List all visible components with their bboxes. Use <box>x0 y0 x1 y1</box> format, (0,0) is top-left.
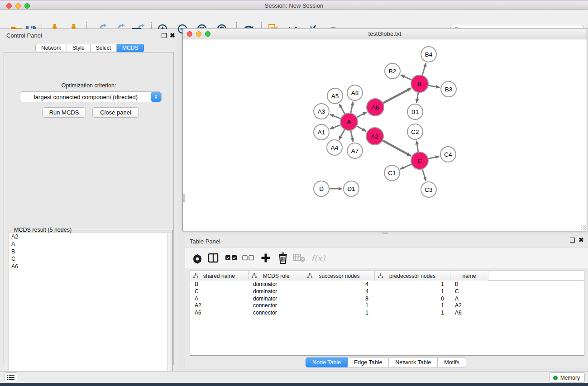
network-window-titlebar[interactable]: testGlobe.txt <box>183 29 587 39</box>
float-icon[interactable] <box>570 238 575 243</box>
table-cell: A6 <box>190 309 249 316</box>
node-D[interactable]: D <box>314 181 329 196</box>
run-mcds-button[interactable]: Run MCDS <box>42 107 86 118</box>
tab-motifs[interactable]: Motifs <box>438 357 466 367</box>
task-history-button[interactable] <box>5 372 17 382</box>
table-cell: connector <box>249 302 304 309</box>
result-item[interactable]: A2 <box>9 233 167 241</box>
result-item[interactable]: A6 <box>9 263 167 271</box>
node-B2[interactable]: B2 <box>385 63 400 79</box>
edge-A-A5[interactable] <box>339 104 345 114</box>
optimization-criterion-value: largest connected component (directed) <box>20 94 151 100</box>
tab-network-table[interactable]: Network Table <box>389 357 438 367</box>
tab-edge-table[interactable]: Edge Table <box>348 357 389 367</box>
column-header-successor-nodes[interactable]: successor nodes <box>304 271 375 281</box>
add-column-icon[interactable] <box>258 251 273 265</box>
edge-C-C4[interactable] <box>428 156 440 159</box>
edge-C-C1[interactable] <box>400 164 411 169</box>
float-icon[interactable] <box>162 33 167 38</box>
node-A1[interactable]: A1 <box>314 124 329 140</box>
result-list-scrollbar[interactable] <box>167 233 171 383</box>
table-row[interactable]: Adominator80A <box>190 295 584 302</box>
node-C2[interactable]: C2 <box>407 124 423 139</box>
node-B3[interactable]: B3 <box>441 81 456 97</box>
node-A5[interactable]: A5 <box>327 88 343 104</box>
node-C[interactable]: C <box>411 152 428 169</box>
edge-B-B3[interactable] <box>428 86 440 88</box>
table-cell: 1 <box>375 302 450 309</box>
column-pane-icon[interactable] <box>206 251 220 265</box>
result-item[interactable]: B <box>9 248 167 256</box>
deselect-all-icon[interactable] <box>241 251 255 265</box>
node-A[interactable]: A <box>340 113 358 130</box>
column-header-predecessor-nodes[interactable]: predecessor nodes <box>375 271 450 281</box>
mcds-result-list[interactable]: A2ABCA6 <box>9 233 168 383</box>
tab-style[interactable]: Style <box>67 44 91 52</box>
result-item[interactable]: C <box>9 256 167 263</box>
edge-C-C3[interactable] <box>422 169 426 181</box>
status-bar: Memory <box>0 371 588 383</box>
edge-A-A2[interactable] <box>357 126 366 131</box>
column-header-shared-name[interactable]: shared name <box>190 271 249 281</box>
table-row[interactable]: Bdominator41B <box>190 281 584 288</box>
svg-text:C2: C2 <box>411 129 419 135</box>
node-A6[interactable]: A6 <box>367 99 384 116</box>
close-icon[interactable]: ✖ <box>578 237 584 243</box>
node-D1[interactable]: D1 <box>344 181 359 196</box>
edge-A-A4[interactable] <box>339 129 345 140</box>
node-A2[interactable]: A2 <box>366 128 383 145</box>
column-header-name[interactable]: name <box>450 271 488 281</box>
node-C4[interactable]: C4 <box>440 147 456 162</box>
svg-text:D: D <box>319 186 324 192</box>
node-A8[interactable]: A8 <box>347 85 363 100</box>
edge-B-B4[interactable] <box>422 63 426 76</box>
edge-A6-B[interactable] <box>383 88 411 103</box>
node-C3[interactable]: C3 <box>421 182 436 197</box>
memory-button[interactable]: Memory <box>549 372 585 383</box>
tab-network[interactable]: Network <box>35 44 67 52</box>
table-row[interactable]: A6connector11A6 <box>190 309 584 316</box>
node-B1[interactable]: B1 <box>407 104 423 119</box>
result-item[interactable]: A <box>9 241 167 248</box>
edge-A-A3[interactable] <box>330 114 341 119</box>
edge-C-C2[interactable] <box>416 141 418 152</box>
node-B[interactable]: B <box>411 75 428 92</box>
column-header-mcds-role[interactable]: MCDS role <box>249 271 304 281</box>
vertical-scrollbar-thumb[interactable] <box>183 194 185 202</box>
tab-mcds[interactable]: MCDS <box>117 44 144 52</box>
optimization-criterion-select[interactable]: largest connected component (directed) ▲… <box>20 91 162 102</box>
table-row[interactable]: Cdominator41C <box>190 288 584 295</box>
horizontal-scrollbar-thumb[interactable] <box>382 232 387 234</box>
network-graph-canvas[interactable]: B4B2BB3A8A5A6A3B1AA1C2A2A4A7C4CC1C3DD1 <box>185 39 585 229</box>
edge-B-B2[interactable] <box>401 75 412 80</box>
node-C1[interactable]: C1 <box>384 165 400 181</box>
svg-text:B: B <box>417 81 421 87</box>
edge-B-B1[interactable] <box>416 92 418 103</box>
table-cell: B <box>190 281 249 288</box>
edge-A-A1[interactable] <box>330 125 341 129</box>
tab-node-table[interactable]: Node Table <box>306 357 348 367</box>
node-A7[interactable]: A7 <box>347 143 363 158</box>
node-B4[interactable]: B4 <box>421 47 436 62</box>
select-all-icon[interactable] <box>224 251 239 265</box>
edge-A-A7[interactable] <box>351 130 353 142</box>
mcds-result-groupbox: MCDS result (5 nodes) A2ABCA6 <box>7 230 173 385</box>
window-resize-grip[interactable] <box>581 225 586 230</box>
edge-A2-C[interactable] <box>382 140 411 156</box>
close-icon[interactable]: ✖ <box>170 33 175 38</box>
close-panel-button[interactable]: Close panel <box>92 107 139 118</box>
mcds-result-title: MCDS result (5 nodes) <box>12 227 73 233</box>
tab-select[interactable]: Select <box>91 44 117 52</box>
delete-column-icon[interactable] <box>276 251 290 265</box>
node-A4[interactable]: A4 <box>327 140 342 155</box>
table-body: Bdominator41BCdominator41CAdominator80AA… <box>190 281 584 316</box>
svg-text:C3: C3 <box>425 186 432 193</box>
svg-text:A5: A5 <box>331 93 339 100</box>
table-row[interactable]: A2connector11A2 <box>190 302 584 309</box>
node-A3[interactable]: A3 <box>314 104 329 119</box>
edge-A-A6[interactable] <box>357 112 367 118</box>
node-table[interactable]: shared nameMCDS rolesuccessor nodesprede… <box>190 271 584 356</box>
svg-text:A4: A4 <box>331 144 339 151</box>
edge-A-A8[interactable] <box>351 102 353 114</box>
gear-icon[interactable] <box>190 251 205 265</box>
